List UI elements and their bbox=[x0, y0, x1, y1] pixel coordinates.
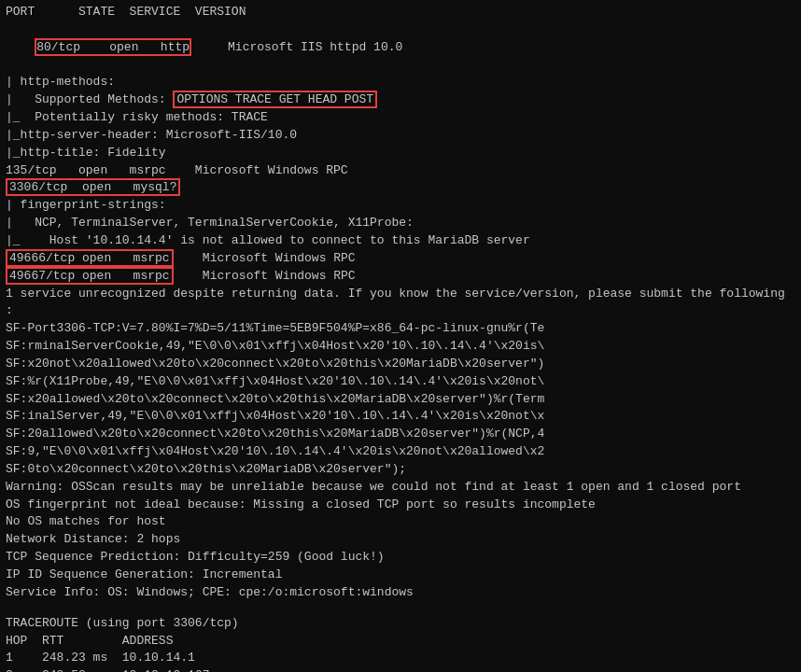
port-3306-highlight: 3306/tcp open mysql? bbox=[6, 178, 180, 196]
sf-line-4: SF:%r(X11Probe,49,"E\0\0\x01\xffj\x04Hos… bbox=[6, 373, 795, 391]
colon-line: : bbox=[6, 302, 795, 320]
port-135-line: 135/tcp open msrpc Microsoft Windows RPC bbox=[6, 162, 795, 180]
fingerprint-host: |_ Host '10.10.14.4' is not allowed to c… bbox=[6, 232, 795, 250]
sf-line-6: SF:inalServer,49,"E\0\0\x01\xffj\x04Host… bbox=[6, 408, 795, 426]
sf-line-1: SF-Port3306-TCP:V=7.80%I=7%D=5/11%Time=5… bbox=[6, 320, 795, 338]
fingerprint-ncp: | NCP, TerminalServer, TerminalServerCoo… bbox=[6, 215, 795, 232]
hop-header: HOP RTT ADDRESS bbox=[6, 633, 795, 651]
risky-methods: |_ Potentially risky methods: TRACE bbox=[6, 109, 795, 127]
service-info-line: Service Info: OS: Windows; CPE: cpe:/o:m… bbox=[6, 584, 795, 602]
http-methods-header: | http-methods: bbox=[6, 74, 795, 91]
os-fingerprint-line: OS fingerprint not ideal because: Missin… bbox=[6, 497, 795, 514]
hop-1: 1 248.23 ms 10.10.14.1 bbox=[6, 650, 795, 667]
sf-line-7: SF:20allowed\x20to\x20connect\x20to\x20t… bbox=[6, 426, 795, 443]
port-49667-highlight: 49667/tcp open msrpc bbox=[6, 267, 174, 285]
ip-id-line: IP ID Sequence Generation: Incremental bbox=[6, 567, 795, 584]
port-80-highlight: 80/tcp open http bbox=[35, 38, 191, 56]
port-3306-line: 3306/tcp open mysql? bbox=[6, 179, 795, 197]
sf-line-3: SF:x20not\x20allowed\x20to\x20connect\x2… bbox=[6, 356, 795, 373]
port-80-service: Microsoft IIS httpd 10.0 bbox=[191, 40, 402, 54]
warning-line: Warning: OSScan results may be unreliabl… bbox=[6, 479, 795, 497]
sf-line-8: SF:9,"E\0\0\x01\xffj\x04Host\x20'10\.10\… bbox=[6, 443, 795, 461]
http-title: |_http-title: Fidelity bbox=[6, 145, 795, 162]
sf-line-9: SF:0to\x20connect\x20to\x20this\x20Maria… bbox=[6, 461, 795, 479]
network-distance-line: Network Distance: 2 hops bbox=[6, 531, 795, 549]
server-header: |_http-server-header: Microsoft-IIS/10.0 bbox=[6, 127, 795, 145]
unrecognized-line: 1 service unrecognized despite returning… bbox=[6, 286, 795, 303]
hop-2: 2 248.58 ms 10.10.10.167 bbox=[6, 667, 795, 672]
supported-methods-value: OPTIONS TRACE GET HEAD POST bbox=[173, 91, 377, 108]
fingerprint-header: | fingerprint-strings: bbox=[6, 197, 795, 215]
sf-line-2: SF:rminalServerCookie,49,"E\0\0\x01\xffj… bbox=[6, 338, 795, 356]
column-header: PORT STATE SERVICE VERSION bbox=[6, 4, 795, 21]
blank-line-1 bbox=[6, 602, 795, 615]
traceroute-header: TRACEROUTE (using port 3306/tcp) bbox=[6, 615, 795, 633]
port-80-line: 80/tcp open http Microsoft IIS httpd 10.… bbox=[6, 21, 795, 75]
port-49667-line: 49667/tcp open msrpc Microsoft Windows R… bbox=[6, 268, 795, 286]
sf-line-5: SF:x20allowed\x20to\x20connect\x20to\x20… bbox=[6, 391, 795, 409]
tcp-seq-line: TCP Sequence Prediction: Difficulty=259 … bbox=[6, 549, 795, 567]
no-os-line: No OS matches for host bbox=[6, 513, 795, 531]
port-49666-line: 49666/tcp open msrpc Microsoft Windows R… bbox=[6, 250, 795, 268]
supported-methods-line: | Supported Methods: OPTIONS TRACE GET H… bbox=[6, 91, 795, 109]
terminal: PORT STATE SERVICE VERSION 80/tcp open h… bbox=[6, 4, 795, 672]
port-49666-highlight: 49666/tcp open msrpc bbox=[6, 249, 174, 267]
